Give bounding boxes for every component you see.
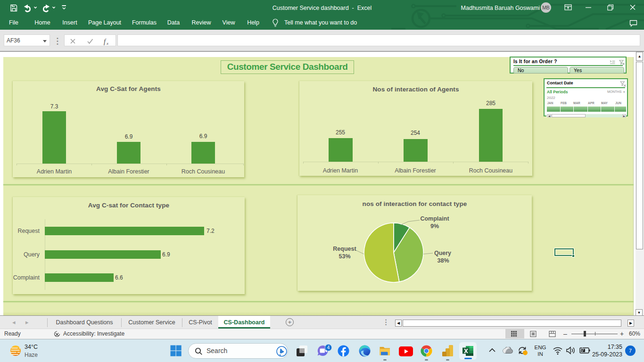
svg-text:4: 4 bbox=[327, 345, 330, 350]
svg-text:x: x bbox=[106, 41, 108, 46]
